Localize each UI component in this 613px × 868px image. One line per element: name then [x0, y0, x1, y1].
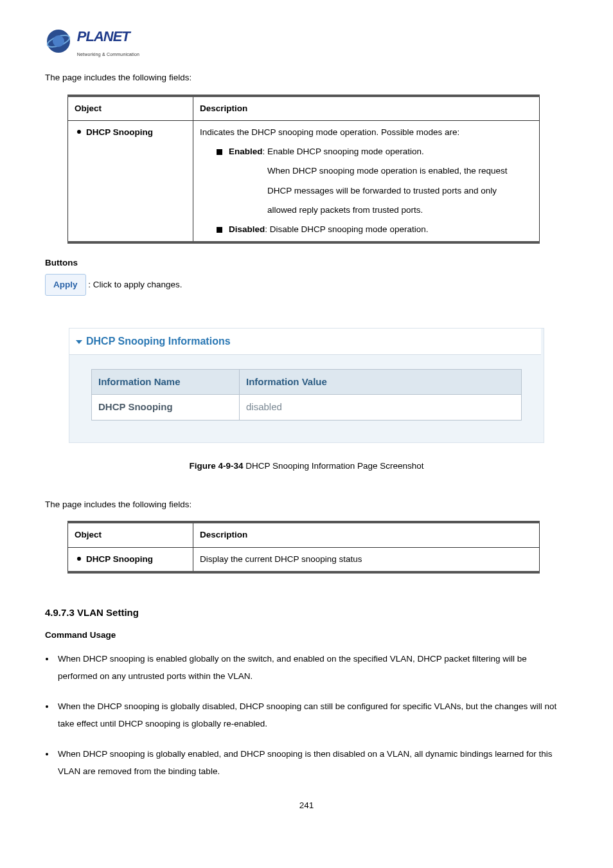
table2-obj-label: DHCP Snooping [86, 554, 153, 564]
fields-table-1: Object Description DHCP Snooping Indicat… [67, 95, 540, 244]
apply-button[interactable]: Apply [45, 274, 86, 296]
table2-head-description: Description [193, 522, 540, 547]
info-table: Information Name Information Value DHCP … [91, 369, 522, 420]
command-usage-heading: Command Usage [45, 629, 568, 642]
brand-name: PLANET [77, 28, 130, 44]
info-col-value: Information Value [240, 369, 522, 395]
table2-head-object: Object [68, 522, 193, 547]
info-row-value: disabled [240, 395, 522, 420]
panel-title: DHCP Snooping Informations [86, 336, 231, 347]
bullet-icon [77, 130, 81, 134]
command-usage-list: When DHCP snooping is enabled globally o… [45, 650, 568, 780]
disabled-label: Disabled [229, 224, 265, 234]
bullet-icon [77, 557, 81, 561]
desc-line1: Indicates the DHCP snooping mode operati… [200, 126, 533, 139]
enabled-text: : Enable DHCP snooping mode operation. [263, 147, 424, 156]
buttons-heading: Buttons [45, 257, 568, 269]
square-bullet-icon [217, 227, 222, 233]
enabled-sub2: DHCP messages will be forwarded to trust… [267, 185, 533, 197]
cmd-item-1: When the DHCP snooping is globally disab… [55, 698, 568, 732]
figure-caption: Figure 4-9-34 DHCP Snooping Information … [45, 460, 568, 473]
intro-text-2: The page includes the following fields: [45, 498, 568, 511]
info-col-name: Information Name [92, 369, 240, 395]
brand-tagline: Networking & Communication [77, 52, 139, 57]
dhcp-info-panel: DHCP Snooping Informations Information N… [69, 328, 544, 443]
enabled-label: Enabled [229, 147, 263, 156]
enabled-sub1: When DHCP snooping mode operation is ena… [267, 165, 533, 177]
apply-desc: : Click to apply changes. [88, 279, 182, 289]
figure-caption-rest: DHCP Snooping Information Page Screensho… [243, 461, 423, 471]
cmd-item-0: When DHCP snooping is enabled globally o… [55, 650, 568, 685]
enabled-sub3: allowed reply packets from trusted ports… [267, 204, 533, 217]
section-heading: 4.9.7.3 VLAN Setting [45, 606, 568, 620]
table1-head-object: Object [68, 96, 193, 121]
figure-caption-bold: Figure 4-9-34 [189, 461, 243, 471]
table1-row-object: DHCP Snooping [68, 120, 193, 242]
svg-point-2 [53, 35, 64, 47]
info-row-name: DHCP Snooping [92, 395, 240, 420]
table2-row-object: DHCP Snooping [68, 547, 193, 572]
panel-header: DHCP Snooping Informations [69, 329, 541, 355]
planet-globe-icon [45, 28, 72, 59]
fields-table-2: Object Description DHCP Snooping Display… [67, 521, 540, 574]
table1-obj-label: DHCP Snooping [86, 127, 153, 137]
chevron-down-icon [76, 340, 82, 344]
cmd-item-2: When DHCP snooping is globally enabled, … [55, 745, 568, 780]
brand-logo: PLANET Networking & Communication [45, 26, 568, 60]
square-bullet-icon [217, 149, 222, 155]
disabled-text: : Disable DHCP snooping mode operation. [265, 224, 428, 234]
intro-text-1: The page includes the following fields: [45, 71, 568, 84]
table1-row-desc: Indicates the DHCP snooping mode operati… [193, 120, 540, 242]
table2-row-desc: Display the current DHCP snooping status [193, 547, 540, 572]
table1-head-description: Description [193, 96, 540, 121]
desc-disabled: Disabled: Disable DHCP snooping mode ope… [217, 223, 533, 236]
desc-enabled: Enabled: Enable DHCP snooping mode opera… [217, 145, 533, 158]
page-number: 241 [45, 799, 568, 812]
